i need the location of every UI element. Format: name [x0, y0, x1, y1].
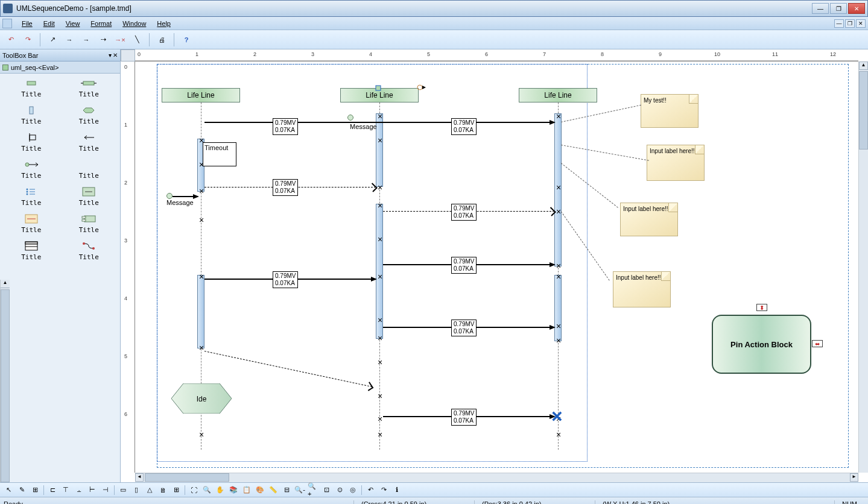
- destroy-x[interactable]: ×: [551, 406, 563, 426]
- fullscreen-tool[interactable]: ⛶: [188, 485, 200, 496]
- layer-tool[interactable]: 📚: [227, 485, 239, 496]
- ruler-tool[interactable]: 📏: [267, 485, 279, 496]
- undo-button[interactable]: ↶: [4, 33, 18, 47]
- menu-view[interactable]: View: [61, 19, 85, 28]
- h-scrollbar[interactable]: ◄ ►: [135, 473, 858, 482]
- close-button[interactable]: ✕: [848, 3, 865, 14]
- msg-found[interactable]: [173, 196, 198, 197]
- maximize-button[interactable]: ❐: [830, 3, 847, 14]
- zoom-sel[interactable]: ◎: [347, 485, 359, 496]
- zoom-in[interactable]: 🔍+: [307, 485, 319, 496]
- menu-window[interactable]: Window: [118, 19, 151, 28]
- note-2[interactable]: Input label here!!: [647, 145, 705, 181]
- menu-file[interactable]: File: [17, 19, 37, 28]
- toolbox-tab[interactable]: uml_seq-<Eval>: [0, 61, 120, 74]
- tool-timeout[interactable]: Title: [5, 133, 58, 153]
- status-cross: (Cross:4.21 in,0.59 in): [353, 500, 474, 505]
- pointer-tool[interactable]: ↖: [2, 485, 14, 496]
- zoom-fit[interactable]: ⊡: [320, 485, 332, 496]
- align-tool-4[interactable]: ⊢: [86, 485, 98, 496]
- pin-top[interactable]: ⬍: [756, 304, 767, 311]
- pin-right[interactable]: ⬌: [812, 340, 823, 347]
- arrow-tool-2[interactable]: →: [62, 33, 77, 47]
- toolbox-scrollbar[interactable]: ▲: [0, 280, 10, 482]
- prop-tool[interactable]: 📋: [241, 485, 253, 496]
- note-1[interactable]: My test!!: [641, 94, 699, 128]
- toolbox-pin-icon[interactable]: ▾: [109, 52, 112, 58]
- align-tool-2[interactable]: ⊤: [60, 485, 72, 496]
- activation-6[interactable]: [554, 275, 562, 341]
- v-scrollbar[interactable]: ▲: [858, 61, 868, 473]
- menu-edit[interactable]: Edit: [39, 19, 60, 28]
- lifeline-1[interactable]: Life Line: [162, 88, 240, 102]
- shape-tri[interactable]: △: [144, 485, 156, 496]
- note-4[interactable]: Input label here!!: [613, 271, 671, 307]
- align-tool-3[interactable]: ⫠: [73, 485, 85, 496]
- tool-rect[interactable]: Title: [63, 187, 116, 207]
- mdi-close[interactable]: ✕: [856, 19, 866, 28]
- align-tool-5[interactable]: ⊣: [100, 485, 112, 496]
- activation-5[interactable]: [554, 113, 562, 266]
- tool-empty[interactable]: Title: [63, 160, 116, 180]
- mdi-minimize[interactable]: —: [834, 19, 844, 28]
- arrow-tool-1[interactable]: ↗: [45, 33, 60, 47]
- edit-tool[interactable]: ✎: [16, 485, 28, 496]
- shape-grid[interactable]: ⊞: [170, 485, 182, 496]
- tool-hexagon[interactable]: Title: [63, 106, 116, 125]
- toolbox-close-icon[interactable]: ✕: [113, 52, 118, 58]
- bt-undo[interactable]: ↶: [364, 485, 376, 496]
- redo-button[interactable]: ↷: [21, 33, 35, 47]
- note-3[interactable]: Input label here!!: [620, 203, 678, 236]
- tool-found-msg[interactable]: Title: [5, 160, 58, 180]
- canvas[interactable]: Life Line Life Line Life Line ××× ××× ××…: [135, 61, 858, 473]
- zoom-lens[interactable]: 🔍: [201, 485, 213, 496]
- rotate-handle[interactable]: [416, 83, 427, 92]
- titlebar: UMLSequenceDemo - [sample.tmd] — ❐ ✕: [0, 0, 868, 17]
- arrow-tool-4[interactable]: ⇢: [96, 33, 110, 47]
- align-tool-1[interactable]: ⊏: [46, 485, 59, 496]
- line-tool[interactable]: ╲: [130, 33, 144, 47]
- minimize-button[interactable]: —: [812, 3, 829, 14]
- ide-decision[interactable]: Ide: [171, 383, 232, 415]
- pan-tool[interactable]: ✋: [214, 485, 226, 496]
- zoom-100[interactable]: ⊙: [334, 485, 346, 496]
- tool-lifeline-1[interactable]: Title: [5, 78, 58, 98]
- bt-redo[interactable]: ↷: [378, 485, 390, 496]
- shape-rect2[interactable]: ▯: [130, 485, 142, 496]
- shape-rect[interactable]: ▭: [117, 485, 129, 496]
- tool-return[interactable]: Title: [63, 133, 116, 153]
- statusbar: Ready (Cross:4.21 in,0.59 in) (Pos:3.36 …: [0, 497, 868, 504]
- print-button[interactable]: 🖨: [154, 33, 169, 47]
- color-tool[interactable]: 🎨: [254, 485, 266, 496]
- tool-curve[interactable]: Title: [63, 241, 116, 261]
- help-button[interactable]: ?: [179, 33, 194, 47]
- bt-info[interactable]: ℹ: [391, 485, 403, 496]
- tool-component[interactable]: Title: [63, 214, 116, 234]
- msg-text-1: Message: [350, 123, 377, 130]
- tool-frame[interactable]: Title: [5, 241, 58, 261]
- arrow-tool-3[interactable]: →: [79, 33, 93, 47]
- zoom-out[interactable]: 🔍-: [294, 485, 306, 496]
- shape-doc[interactable]: 🗎: [157, 485, 169, 496]
- app-menu-icon[interactable]: [2, 19, 12, 28]
- action-block[interactable]: Pin Action Block: [712, 315, 811, 374]
- tool-note[interactable]: Title: [5, 214, 58, 234]
- menu-format[interactable]: Format: [86, 19, 116, 28]
- grid-tool[interactable]: ⊞: [29, 485, 41, 496]
- arrow-tool-5[interactable]: →×: [113, 33, 127, 47]
- tool-list[interactable]: Title: [5, 187, 58, 207]
- msg-1-label: 0.79MV0.07KA: [273, 118, 298, 135]
- main-area: ToolBox Bar ▾ ✕ uml_seq-<Eval> aluation …: [0, 49, 868, 482]
- menu-help[interactable]: Help: [152, 19, 176, 28]
- activation-4[interactable]: [376, 204, 383, 339]
- tool-activation[interactable]: Title: [5, 106, 58, 125]
- activation-2[interactable]: [197, 275, 204, 348]
- snap-tool[interactable]: ⊟: [280, 485, 293, 496]
- sel-handle-top: [374, 84, 384, 92]
- msg-1[interactable]: [204, 122, 554, 123]
- timeout-box[interactable]: Timeout: [203, 142, 236, 166]
- mdi-restore[interactable]: ❐: [845, 19, 855, 28]
- activation-3[interactable]: [376, 113, 383, 187]
- lifeline-3[interactable]: Life Line: [519, 88, 597, 102]
- tool-lifeline-2[interactable]: Title: [63, 78, 116, 98]
